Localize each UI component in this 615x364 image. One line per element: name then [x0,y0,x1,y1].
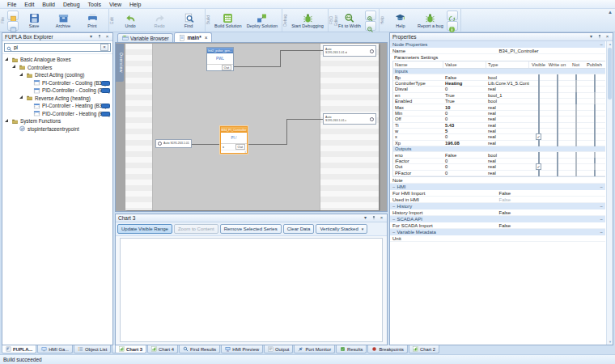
chart-button-remove-selected-series[interactable]: Remove Selected Series [220,224,282,234]
block-in-pin[interactable]: x [223,145,224,149]
block-out-pin[interactable]: Out [222,65,231,70]
overview-collapsed-tab[interactable]: Overview [116,44,124,82]
checkbox-not[interactable] [575,98,577,104]
param-value[interactable]: 0 [443,171,486,176]
checkbox-visible[interactable] [538,170,540,176]
toolbar-button-save[interactable]: Save [19,11,49,29]
toolbar-small-button[interactable] [447,21,458,31]
section-header-hmi[interactable]: −HMI− [390,184,605,190]
tree-item-system-functions[interactable]: System Functions [2,117,112,125]
bottom-tab-hmi-preview[interactable]: HMI Preview [221,345,263,353]
param-value[interactable]: 5 [443,129,486,133]
chart-button-update-visible-range[interactable]: Update Visible Range [117,224,172,234]
checkbox-visible[interactable] [538,98,540,104]
bottom-tab-find-results[interactable]: Find Results [179,345,220,353]
tree-expander-icon[interactable] [19,95,24,100]
checkbox-publish[interactable] [594,140,596,146]
properties-scrollbar[interactable]: ▲ ▼ [606,41,613,345]
param-value[interactable]: 0 [443,87,486,91]
bottom-tab-output[interactable]: Output [264,345,293,353]
bottom-tab-breakpoints[interactable]: Breakpoints [367,345,408,353]
pin-icon[interactable] [596,34,602,40]
scroll-up-icon[interactable]: ▲ [607,42,613,46]
connector-output-top[interactable]: Auto S195.263.1.01.st [323,45,376,57]
scroll-down-icon[interactable]: ▼ [607,340,613,344]
tree-item-pi-controller-heating-b35[interactable]: PI-Controller - Heating (B35) [2,102,112,110]
tree-expander-icon[interactable] [5,57,10,62]
editor-tab-main[interactable]: main*× [174,32,212,42]
section-header-node-properties[interactable]: Node Properties− [390,41,605,48]
close-icon[interactable]: × [205,35,208,40]
collapse-icon[interactable]: − [600,184,603,189]
property-value[interactable]: False [499,197,606,202]
collapse-icon[interactable]: − [392,217,396,222]
dock-tab-hmi-ga[interactable]: HMI Ga... [37,345,73,353]
chevron-down-icon[interactable]: ▾ [362,226,364,231]
chart-button-clear-data[interactable]: Clear Data [283,224,315,234]
editor-tab-variable-browser[interactable]: Variable Browser [117,33,173,42]
collapse-icon[interactable]: − [600,230,603,235]
connector-input-left[interactable]: Auto S195.263.1.01.x [155,139,192,148]
bottom-tab-chart-4[interactable]: Chart 4 [147,345,178,353]
collapse-icon[interactable]: − [600,204,603,209]
search-clear-button[interactable]: × [100,44,108,51]
connector-output-mid[interactable]: Auto S195.263.1.01.u [323,113,376,125]
toolbar-small-button[interactable] [447,11,458,20]
bottom-tab-chart-2[interactable]: Chart 2 [409,345,439,353]
tree-item-basic-analogue-boxes[interactable]: Basic Analogue Boxes [2,56,112,64]
checkbox-visible[interactable] [538,140,540,146]
pin-icon[interactable] [371,215,376,222]
bottom-tab-port-monitor[interactable]: Port Monitor [294,345,335,353]
chart-plot-area[interactable] [120,238,383,342]
chevron-down-icon[interactable]: ▾ [88,34,94,40]
param-value[interactable]: Heating [443,81,486,86]
toolbar-button-start-debugging[interactable]: Start Debugging [289,11,326,29]
tree-item-pid-controller-heating-b37[interactable]: PID-Controller - Heating (B37) [2,110,112,118]
collapse-icon[interactable]: − [392,184,396,189]
param-value[interactable]: 0 [443,116,486,121]
pin-icon[interactable] [96,34,102,40]
checkbox-write-on[interactable] [557,98,558,104]
param-value[interactable]: True [443,99,486,104]
tree-item-stopinterfaceentrypoint[interactable]: stopinterfaceentrypoint [2,125,112,133]
fbd-block-pulse-generator[interactable]: Init2_pulse_gen... PWL Out [206,47,234,71]
tree-expander-icon[interactable] [5,119,10,124]
toolbar-small-button[interactable] [365,21,376,31]
toolbar-small-button[interactable] [7,11,19,20]
param-value[interactable]: 0 [443,134,486,139]
toolbar-button-undo[interactable]: Undo [116,11,145,29]
tree-item-pid-controller-cooling-b36[interactable]: PID-Controller - Cooling (B36) [2,87,112,95]
menu-item-view[interactable]: View [105,2,125,7]
toolbar-button-print[interactable]: Print [78,11,107,29]
tree-item-pi-controller-cooling-b34[interactable]: PI-Controller - Cooling (B34) [2,79,112,87]
toolbar-button-build-solution[interactable]: Build Solution [212,11,244,29]
fbd-canvas[interactable]: Overview Init2_pulse_gen... PWL [115,42,388,212]
toolbar-button-report-a-bug[interactable]: Report a bug [415,11,446,29]
bottom-tab-chart-3[interactable]: Chart 3 [115,345,146,353]
collapse-icon[interactable]: − [600,217,603,222]
chevron-down-icon[interactable]: ▾ [588,34,594,40]
menu-item-file[interactable]: File [3,2,20,7]
checkbox-write-on[interactable] [557,170,558,176]
menu-item-tools[interactable]: Tools [84,2,105,7]
dock-tab-object-list[interactable]: Object List [74,345,111,353]
param-value[interactable]: 5.43 [443,123,486,128]
dock-tab-fupla[interactable]: FUPLA... [2,345,36,353]
param-value[interactable]: 0 [443,164,486,169]
toolbar-small-button[interactable] [365,11,376,20]
tree-item-controllers[interactable]: Controllers [2,64,112,72]
collapse-icon[interactable]: − [392,204,396,209]
property-value[interactable]: False [499,223,606,228]
param-value[interactable]: False [443,153,486,158]
section-header-scada-api[interactable]: −SCADA API− [390,216,605,222]
menu-item-debug[interactable]: Debug [59,2,84,7]
param-value[interactable]: 196.08 [443,141,486,146]
scrollbar-thumb[interactable] [608,48,612,99]
section-header-variable-metadata[interactable]: −Variable Metadata− [390,229,605,235]
param-value[interactable]: 0 [443,111,486,116]
param-value[interactable]: True [443,93,486,98]
close-icon[interactable]: × [379,215,384,221]
fbd-block-pi-controller[interactable]: B34_PI_Controller PI / x Out ▾ [220,126,248,154]
tree-expander-icon[interactable] [12,65,17,70]
bottom-tab-results[interactable]: Results [336,345,367,353]
